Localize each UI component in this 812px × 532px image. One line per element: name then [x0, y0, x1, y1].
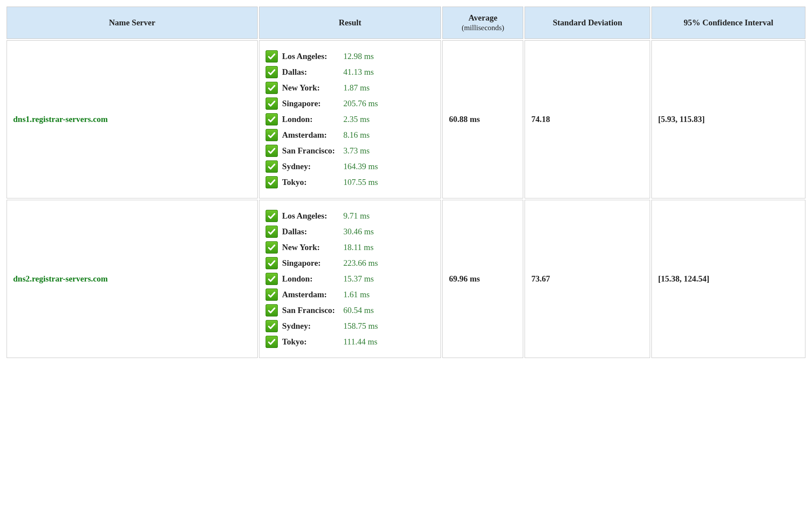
location-value: 223.66 ms — [343, 258, 378, 268]
check-icon — [266, 210, 278, 222]
location-row: London:15.37 ms — [266, 271, 434, 287]
result-cell: Los Angeles:12.98 msDallas:41.13 msNew Y… — [259, 40, 441, 198]
average-cell: 69.96 ms — [442, 200, 523, 358]
location-name: Singapore: — [282, 99, 343, 108]
location-value: 158.75 ms — [343, 321, 378, 331]
header-stddev: Standard Deviation — [525, 7, 650, 39]
check-icon — [266, 66, 278, 78]
location-value: 111.44 ms — [343, 337, 378, 347]
header-ci: 95% Confidence Interval — [651, 7, 805, 39]
header-average-sub: (milliseconds) — [447, 24, 518, 32]
check-icon — [266, 82, 278, 94]
average-cell: 60.88 ms — [442, 40, 523, 198]
check-icon — [266, 50, 278, 63]
location-value: 107.55 ms — [343, 177, 378, 187]
name-server-cell: dns2.registrar-servers.com — [7, 200, 258, 358]
location-value: 60.54 ms — [343, 306, 374, 315]
location-row: New York:18.11 ms — [266, 240, 434, 255]
location-name: Dallas: — [282, 67, 343, 77]
location-value: 8.16 ms — [343, 130, 370, 140]
table-header-row: Name Server Result Average (milliseconds… — [7, 7, 805, 39]
stddev-cell: 74.18 — [525, 40, 650, 198]
location-row: Tokyo:111.44 ms — [266, 334, 434, 350]
location-row: San Francisco:60.54 ms — [266, 303, 434, 318]
result-cell: Los Angeles:9.71 msDallas:30.46 msNew Yo… — [259, 200, 441, 358]
location-row: Dallas:41.13 ms — [266, 64, 434, 80]
location-row: Dallas:30.46 ms — [266, 224, 434, 240]
location-value: 15.37 ms — [343, 274, 374, 284]
location-value: 205.76 ms — [343, 99, 378, 108]
check-icon — [266, 145, 278, 157]
header-result: Result — [259, 7, 441, 39]
location-name: Amsterdam: — [282, 290, 343, 299]
location-name: London: — [282, 115, 343, 124]
location-value: 41.13 ms — [343, 67, 374, 77]
check-icon — [266, 273, 278, 285]
location-row: Los Angeles:9.71 ms — [266, 208, 434, 224]
location-row: Singapore:205.76 ms — [266, 96, 434, 111]
header-average: Average (milliseconds) — [442, 7, 523, 39]
check-icon — [266, 320, 278, 332]
check-icon — [266, 257, 278, 269]
location-name: New York: — [282, 243, 343, 252]
location-row: New York:1.87 ms — [266, 80, 434, 96]
location-name: Tokyo: — [282, 337, 343, 347]
location-value: 164.39 ms — [343, 162, 378, 171]
location-row: Amsterdam:1.61 ms — [266, 287, 434, 303]
location-value: 2.35 ms — [343, 115, 370, 124]
location-name: Sydney: — [282, 162, 343, 171]
table-row: dns2.registrar-servers.comLos Angeles:9.… — [7, 200, 805, 358]
stddev-cell: 73.67 — [525, 200, 650, 358]
check-icon — [266, 113, 278, 125]
check-icon — [266, 336, 278, 348]
location-name: Los Angeles: — [282, 52, 343, 61]
location-row: Tokyo:107.55 ms — [266, 174, 434, 190]
location-value: 12.98 ms — [343, 52, 374, 61]
location-name: London: — [282, 274, 343, 284]
table-row: dns1.registrar-servers.comLos Angeles:12… — [7, 40, 805, 198]
name-server-cell: dns1.registrar-servers.com — [7, 40, 258, 198]
check-icon — [266, 160, 278, 173]
location-value: 18.11 ms — [343, 243, 374, 252]
location-name: San Francisco: — [282, 146, 343, 156]
location-name: New York: — [282, 83, 343, 93]
location-name: Dallas: — [282, 227, 343, 236]
check-icon — [266, 304, 278, 316]
location-row: Amsterdam:8.16 ms — [266, 127, 434, 143]
ci-cell: [5.93, 115.83] — [651, 40, 805, 198]
location-value: 3.73 ms — [343, 146, 370, 156]
check-icon — [266, 176, 278, 188]
location-value: 9.71 ms — [343, 211, 370, 221]
check-icon — [266, 241, 278, 254]
location-row: Sydney:158.75 ms — [266, 318, 434, 334]
location-value: 1.61 ms — [343, 290, 370, 299]
check-icon — [266, 97, 278, 110]
check-icon — [266, 289, 278, 301]
location-name: Los Angeles: — [282, 211, 343, 221]
location-name: Amsterdam: — [282, 130, 343, 140]
header-name-server: Name Server — [7, 7, 258, 39]
location-name: San Francisco: — [282, 306, 343, 315]
location-name: Singapore: — [282, 258, 343, 268]
location-name: Sydney: — [282, 321, 343, 331]
location-row: Sydney:164.39 ms — [266, 159, 434, 174]
dns-latency-table: Name Server Result Average (milliseconds… — [5, 5, 807, 359]
check-icon — [266, 129, 278, 141]
location-row: San Francisco:3.73 ms — [266, 143, 434, 159]
check-icon — [266, 226, 278, 238]
ci-cell: [15.38, 124.54] — [651, 200, 805, 358]
location-name: Tokyo: — [282, 177, 343, 187]
location-value: 1.87 ms — [343, 83, 370, 93]
location-row: Singapore:223.66 ms — [266, 255, 434, 271]
location-value: 30.46 ms — [343, 227, 374, 236]
location-row: Los Angeles:12.98 ms — [266, 49, 434, 64]
location-row: London:2.35 ms — [266, 111, 434, 127]
